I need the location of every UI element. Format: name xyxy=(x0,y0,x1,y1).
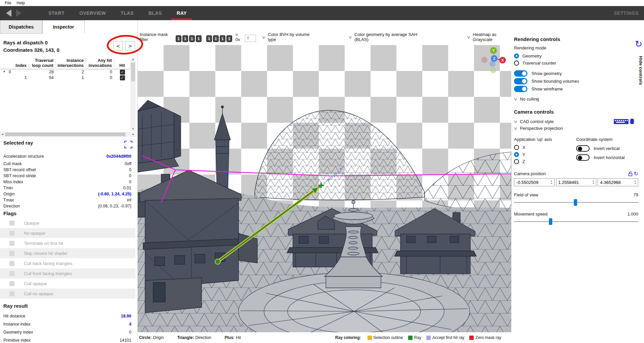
radio-icon[interactable] xyxy=(514,61,519,66)
spinner-arrows-icon[interactable]: ▲▼ xyxy=(592,180,596,185)
geometry-coloring-dropdown[interactable]: ∨ Color geometry by average SAH (BLAS) xyxy=(349,32,423,42)
selected-ray-fields: Acceleration structure0x2044d9f00 Cull m… xyxy=(3,152,131,209)
mask-bit-button[interactable]: 1 xyxy=(196,35,202,42)
toggle-show-bounding-volumes[interactable]: Show bounding volumes xyxy=(514,77,638,85)
radio-icon[interactable] xyxy=(514,53,519,59)
menu-file[interactable]: File xyxy=(2,0,14,6)
field-of-view-slider[interactable] xyxy=(514,199,638,206)
forward-arrow-icon[interactable] xyxy=(16,9,22,17)
toggle-on-icon[interactable] xyxy=(514,70,527,77)
flag-checkbox[interactable] xyxy=(9,291,14,296)
toggle-show-wireframe[interactable]: Show wireframe xyxy=(514,85,638,93)
previous-ray-button[interactable]: < xyxy=(113,41,123,51)
menu-help[interactable]: Help xyxy=(14,0,28,6)
reset-position-icon[interactable]: ↻ xyxy=(634,170,638,177)
caret-down-icon[interactable]: ▾ xyxy=(3,70,5,73)
camera-x-field[interactable]: ▲▼ xyxy=(514,178,555,186)
scroll-left-icon[interactable]: ◄ xyxy=(1,133,4,136)
radio-traversal-counter[interactable]: Traversal counter xyxy=(514,60,638,67)
selected-ray-heading: Selected ray xyxy=(3,140,33,146)
mask-hex-input[interactable] xyxy=(245,35,256,42)
radio-up-axis-z[interactable]: Z xyxy=(514,158,576,165)
next-ray-button[interactable]: > xyxy=(125,41,135,51)
keyboard-mouse-icon[interactable] xyxy=(613,118,634,125)
camera-z-field[interactable]: ▲▼ xyxy=(598,178,638,186)
culling-dropdown[interactable]: ∨No culling xyxy=(514,96,638,102)
toggle-on-icon[interactable] xyxy=(514,78,527,84)
table-horizontal-scrollbar[interactable]: ◄ ► xyxy=(0,132,136,137)
tab-overview[interactable]: OVERVIEW xyxy=(72,6,113,20)
instance-mask-label: Instance mask filter xyxy=(140,32,173,42)
inspector-tabs: Dispatches Inspector xyxy=(0,20,85,34)
mask-bit-button[interactable]: 1 xyxy=(220,35,225,42)
slider-thumb[interactable] xyxy=(574,199,577,206)
up-axis-label: Application 'up' axis xyxy=(514,137,576,142)
reset-view-icon[interactable]: ↻ xyxy=(635,39,642,49)
lock-open-icon[interactable] xyxy=(628,171,633,176)
radio-icon[interactable] xyxy=(514,145,519,150)
flag-checkbox[interactable] xyxy=(9,251,14,256)
tab-start[interactable]: START xyxy=(41,6,72,20)
movement-speed-slider[interactable] xyxy=(514,218,638,225)
toggle-invert-vertical[interactable]: Invert vertical xyxy=(576,144,638,153)
control-style-dropdown[interactable]: ∨CAD control style xyxy=(514,118,638,125)
flag-checkbox[interactable] xyxy=(9,261,14,266)
table-row[interactable]: 1 54 1 0 ✓ xyxy=(0,75,130,81)
building-cluster xyxy=(138,100,181,172)
table-vertical-scrollbar[interactable]: ▲ ▼ xyxy=(130,58,136,131)
flag-checkbox[interactable] xyxy=(9,271,14,276)
mask-bit-button[interactable]: 1 xyxy=(182,35,188,42)
projection-dropdown[interactable]: ∨Perspective projection xyxy=(514,125,638,131)
scrollbar-thumb[interactable] xyxy=(5,132,125,136)
slider-thumb[interactable] xyxy=(549,218,552,225)
toggle-show-geometry[interactable]: Show geometry xyxy=(514,70,638,77)
toggle-invert-horizontal[interactable]: Invert horizontal xyxy=(576,153,638,162)
scroll-down-icon[interactable]: ▼ xyxy=(132,127,134,130)
mask-bit-button[interactable]: 1 xyxy=(206,35,212,42)
mask-bit-button[interactable]: 1 xyxy=(213,35,219,42)
flag-checkbox[interactable] xyxy=(9,221,14,226)
toggle-on-icon[interactable] xyxy=(514,86,527,92)
radio-geometry[interactable]: Geometry xyxy=(514,52,638,60)
toggle-off-icon[interactable] xyxy=(576,145,590,152)
tab-inspector[interactable]: Inspector xyxy=(42,20,85,34)
camera-y-field[interactable]: ▲▼ xyxy=(556,178,597,186)
camera-x-input[interactable] xyxy=(514,180,547,185)
scroll-up-icon[interactable]: ▲ xyxy=(132,58,134,61)
viewport-toolbar: Instance mask filter 1 1 1 1 1 1 1 1 = 0… xyxy=(138,20,511,45)
radio-up-axis-x[interactable]: X xyxy=(514,144,576,151)
selection-corners-icon[interactable] xyxy=(124,140,133,149)
radio-icon[interactable] xyxy=(514,159,519,164)
spinner-arrows-icon[interactable]: ▲▼ xyxy=(634,180,638,185)
radio-up-axis-y[interactable]: Y xyxy=(514,151,576,158)
hide-controls-button[interactable]: Hide controls xyxy=(638,56,643,85)
tab-tlas[interactable]: TLAS xyxy=(113,6,141,20)
flag-checkbox[interactable] xyxy=(9,281,14,286)
back-arrow-icon[interactable] xyxy=(6,9,11,17)
tab-blas[interactable]: BLAS xyxy=(141,6,169,20)
camera-y-input[interactable] xyxy=(556,180,589,185)
table-row[interactable]: ▾ 0 28 2 0 ✓ xyxy=(0,69,130,75)
flag-checkbox[interactable] xyxy=(9,231,14,236)
mask-bit-button[interactable]: 1 xyxy=(176,35,181,42)
camera-z-input[interactable] xyxy=(598,180,630,185)
spinner-arrows-icon[interactable]: ▲▼ xyxy=(551,180,554,185)
radio-icon[interactable] xyxy=(514,152,519,157)
ray-table: Index Traversalloop count Instanceinters… xyxy=(0,58,130,81)
3d-viewport[interactable]: Y Z X xyxy=(138,45,511,332)
axis-gizmo[interactable]: Y Z X xyxy=(481,47,506,73)
heatmap-dropdown[interactable]: ∨ Heatmap as Grayscale xyxy=(467,32,511,42)
mask-bit-button[interactable]: 1 xyxy=(226,35,232,42)
menubar: File Help xyxy=(0,0,644,6)
checkmark-icon: ✓ xyxy=(120,75,125,80)
scroll-right-icon[interactable]: ► xyxy=(132,133,135,136)
scrollbar-thumb[interactable] xyxy=(131,63,135,81)
flag-checkbox[interactable] xyxy=(9,241,14,246)
toggle-off-icon[interactable] xyxy=(576,154,590,161)
tab-dispatches[interactable]: Dispatches xyxy=(0,20,42,34)
flags-heading: Flags xyxy=(3,211,16,216)
tab-settings[interactable]: SETTINGS xyxy=(614,10,639,16)
bvh-coloring-dropdown[interactable]: ∨ Color BVH by volume type xyxy=(262,32,312,42)
mask-bit-button[interactable]: 1 xyxy=(189,35,195,42)
tab-ray[interactable]: RAY xyxy=(169,6,194,20)
